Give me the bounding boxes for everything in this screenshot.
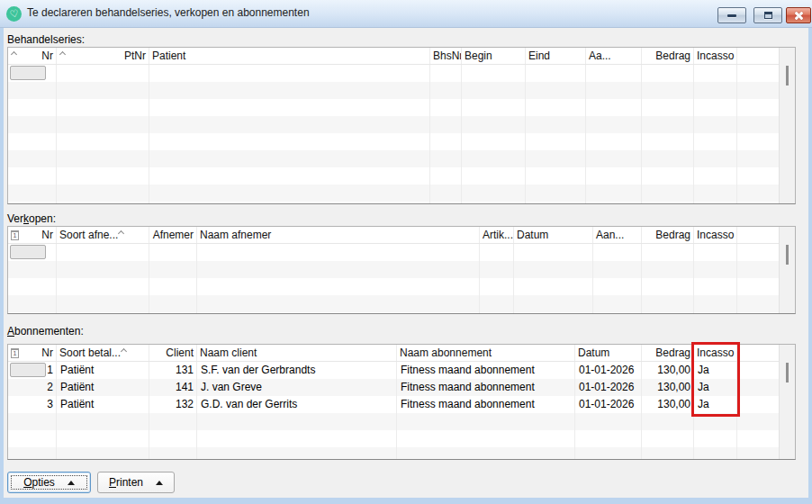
cell: 132 [149, 396, 197, 413]
column-header-label: Nr [41, 346, 53, 359]
printen-button[interactable]: Printen [97, 472, 175, 493]
cell: Patiënt [57, 362, 149, 379]
cell: 01-01-2026 [575, 379, 642, 396]
cell: Patiënt [57, 379, 149, 396]
column-header-nr[interactable]: Nr [8, 48, 57, 64]
heart-app-icon [6, 6, 22, 22]
column-header-label: Incasso [697, 229, 734, 241]
column-header-nr[interactable]: 1Nr [8, 227, 57, 243]
maximize-button[interactable] [753, 7, 782, 23]
app-window: Te declareren behandelseries, verkopen e… [0, 0, 812, 504]
column-header-incasso[interactable]: Incasso [694, 48, 737, 64]
scrollbar-thumb[interactable] [786, 363, 789, 382]
column-header-aan[interactable]: Aan... [593, 227, 642, 243]
column-header-bhsnr[interactable]: BhsNr [430, 48, 462, 64]
column-header-label: Client [166, 346, 194, 359]
cell [737, 379, 779, 396]
column-header-label: Soort betal... [59, 346, 121, 359]
minimize-button[interactable] [717, 7, 746, 23]
column-header-soort-afne[interactable]: Soort afne... [57, 227, 149, 243]
column-header-label: Nr [41, 50, 53, 62]
cell: 130,00 [642, 379, 694, 396]
sort-caret-icon [121, 347, 127, 354]
opties-button[interactable]: Opties [7, 472, 91, 493]
cell: 130,00 [642, 396, 694, 413]
annotation-highlight-box [691, 342, 740, 417]
column-header-label: Naam afnemer [200, 229, 271, 241]
column-header-label: Patient [152, 50, 185, 62]
column-header-label: Begin [465, 50, 492, 62]
column-header-incasso[interactable]: Incasso [694, 227, 737, 243]
cell: Fitness maand abonnement [397, 396, 575, 413]
column-header-bedrag[interactable]: Bedrag [642, 227, 694, 243]
column-header-bedrag[interactable]: Bedrag [642, 48, 694, 64]
column-header-datum[interactable]: Datum [514, 227, 593, 243]
column-header-naam-client[interactable]: Naam client [197, 345, 397, 361]
abonnementen-body: 1Patiënt131S.F. van der GerbrandtsFitnes… [8, 362, 779, 459]
column-header-label: Afnemer [153, 229, 194, 241]
column-header-label: Naam client [200, 346, 257, 359]
column-header-label: Bedrag [655, 346, 690, 359]
vertical-scrollbar[interactable] [779, 48, 795, 203]
column-header-ptnr[interactable]: PtNr [57, 48, 149, 64]
behandelseries-header-row: NrPtNrPatientBhsNrBeginEindAa...BedragIn… [8, 48, 779, 65]
close-button[interactable] [786, 7, 811, 23]
column-header-label: Soort afne... [59, 229, 118, 241]
column-header-label: PtNr [124, 50, 146, 62]
row-indicator [10, 245, 46, 259]
column-header-bedrag[interactable]: Bedrag [642, 345, 694, 361]
section-label-abonnementen: Abonnementen: [7, 325, 84, 338]
column-header-patient[interactable]: Patient [149, 48, 430, 64]
cell: 01-01-2026 [575, 362, 642, 379]
cell: S.F. van der Gerbrandts [197, 362, 397, 379]
scrollbar-thumb[interactable] [786, 245, 789, 265]
column-header-label: Aa... [589, 50, 611, 62]
vertical-scrollbar[interactable] [779, 345, 795, 459]
cell: 130,00 [642, 362, 694, 379]
column-header-naam-abonnement[interactable]: Naam abonnement [397, 345, 575, 361]
maximize-icon [764, 12, 772, 19]
arrow-up-icon [68, 481, 75, 485]
column-header-client[interactable]: Client [149, 345, 197, 361]
column-header-datum[interactable]: Datum [575, 345, 642, 361]
behandelseries-body [8, 65, 779, 203]
cell: Fitness maand abonnement [397, 362, 575, 379]
arrow-up-icon [156, 481, 163, 485]
column-header-label: Aan... [596, 229, 624, 241]
scrollbar-thumb[interactable] [786, 66, 789, 86]
vertical-scrollbar[interactable] [779, 227, 795, 313]
column-header-label: Incasso [697, 50, 734, 62]
table-row[interactable]: 2Patiënt141J. van GreveFitness maand abo… [8, 379, 779, 396]
table-row[interactable]: 1Patiënt131S.F. van der GerbrandtsFitnes… [8, 362, 779, 379]
cell: G.D. van der Gerrits [197, 396, 397, 413]
column-header-naam-afnemer[interactable]: Naam afnemer [197, 227, 480, 243]
column-header-afnemer[interactable]: Afnemer [149, 227, 197, 243]
column-header-artik[interactable]: Artik... [480, 227, 514, 243]
cell [737, 396, 779, 413]
behandelseries-table: NrPtNrPatientBhsNrBeginEindAa...BedragIn… [7, 47, 796, 204]
sort-caret-icon [118, 230, 124, 236]
cell: 131 [149, 362, 197, 379]
cell: Fitness maand abonnement [397, 379, 575, 396]
section-label-behandelseries: Behandelseries: [7, 33, 85, 47]
column-header-label: Artik... [483, 229, 513, 241]
sort-order-1-icon: 1 [11, 230, 19, 240]
section-label-verkopen: Verkopen: [7, 212, 56, 226]
column-header-filler [737, 227, 779, 243]
table-row[interactable]: 3Patiënt132G.D. van der GerritsFitness m… [8, 396, 779, 413]
sort-order-1-icon: 1 [11, 348, 19, 358]
minimize-icon [727, 14, 736, 17]
column-header-soort-betal[interactable]: Soort betal... [57, 345, 149, 361]
column-header-nr[interactable]: 1Nr [8, 345, 57, 361]
column-header-begin[interactable]: Begin [462, 48, 526, 64]
cell: 141 [149, 379, 197, 396]
titlebar[interactable]: Te declareren behandelseries, verkopen e… [0, 0, 812, 28]
cell: Patiënt [57, 396, 149, 413]
column-header-aa[interactable]: Aa... [586, 48, 642, 64]
column-header-label: Datum [517, 229, 548, 241]
client-area: Behandelseries: NrPtNrPatientBhsNrBeginE… [4, 28, 808, 498]
column-header-label: Bedrag [655, 50, 690, 62]
column-header-eind[interactable]: Eind [526, 48, 586, 64]
cell [737, 362, 779, 379]
cell: 01-01-2026 [575, 396, 642, 413]
